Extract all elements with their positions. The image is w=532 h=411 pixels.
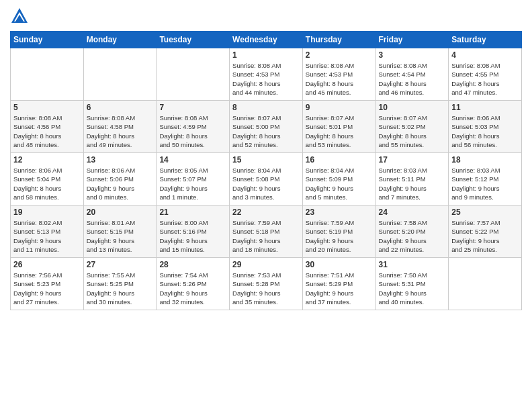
day-info: Sunrise: 8:08 AM Sunset: 4:55 PM Dayligh… (451, 61, 519, 97)
weekday-header-sunday: Sunday (11, 32, 84, 48)
day-cell: 13Sunrise: 8:06 AM Sunset: 5:06 PM Dayli… (83, 153, 157, 205)
day-info: Sunrise: 8:06 AM Sunset: 5:03 PM Dayligh… (451, 113, 519, 149)
day-cell (83, 48, 157, 101)
day-cell: 19Sunrise: 8:02 AM Sunset: 5:13 PM Dayli… (11, 205, 84, 258)
day-cell (11, 48, 84, 101)
day-cell: 3Sunrise: 8:08 AM Sunset: 4:54 PM Daylig… (375, 48, 449, 101)
day-cell: 18Sunrise: 8:03 AM Sunset: 5:12 PM Dayli… (449, 153, 522, 205)
day-number: 12 (13, 155, 81, 165)
day-number: 19 (13, 208, 81, 217)
day-info: Sunrise: 8:08 AM Sunset: 4:59 PM Dayligh… (159, 113, 226, 149)
day-info: Sunrise: 8:04 AM Sunset: 5:08 PM Dayligh… (232, 166, 300, 201)
day-number: 25 (451, 208, 519, 217)
day-number: 5 (13, 103, 81, 112)
day-info: Sunrise: 8:08 AM Sunset: 4:56 PM Dayligh… (13, 113, 81, 149)
day-cell: 6Sunrise: 8:08 AM Sunset: 4:58 PM Daylig… (83, 101, 157, 153)
day-number: 26 (13, 260, 81, 269)
weekday-header-tuesday: Tuesday (157, 32, 230, 48)
day-number: 2 (306, 50, 373, 60)
day-info: Sunrise: 7:53 AM Sunset: 5:28 PM Dayligh… (232, 271, 300, 306)
day-info: Sunrise: 8:07 AM Sunset: 5:01 PM Dayligh… (306, 113, 373, 149)
day-info: Sunrise: 8:08 AM Sunset: 4:58 PM Dayligh… (87, 113, 154, 149)
week-row-1: 1Sunrise: 8:08 AM Sunset: 4:53 PM Daylig… (11, 48, 522, 101)
day-info: Sunrise: 7:56 AM Sunset: 5:23 PM Dayligh… (13, 271, 81, 306)
day-cell: 22Sunrise: 7:59 AM Sunset: 5:18 PM Dayli… (230, 205, 303, 258)
day-info: Sunrise: 8:04 AM Sunset: 5:09 PM Dayligh… (306, 166, 373, 201)
day-number: 18 (451, 155, 519, 165)
day-info: Sunrise: 8:00 AM Sunset: 5:16 PM Dayligh… (159, 218, 226, 254)
day-number: 3 (379, 50, 446, 60)
week-row-5: 26Sunrise: 7:56 AM Sunset: 5:23 PM Dayli… (11, 258, 522, 310)
day-info: Sunrise: 7:59 AM Sunset: 5:18 PM Dayligh… (232, 218, 300, 254)
day-number: 13 (87, 155, 154, 165)
day-number: 20 (87, 208, 154, 217)
day-cell: 23Sunrise: 7:59 AM Sunset: 5:19 PM Dayli… (302, 205, 375, 258)
weekday-header-row: SundayMondayTuesdayWednesdayThursdayFrid… (11, 32, 522, 48)
day-cell: 8Sunrise: 8:07 AM Sunset: 5:00 PM Daylig… (230, 101, 303, 153)
day-info: Sunrise: 8:01 AM Sunset: 5:15 PM Dayligh… (87, 218, 154, 254)
day-number: 30 (306, 260, 373, 269)
day-info: Sunrise: 8:07 AM Sunset: 5:02 PM Dayligh… (379, 113, 446, 149)
day-cell: 29Sunrise: 7:53 AM Sunset: 5:28 PM Dayli… (230, 258, 303, 310)
day-info: Sunrise: 7:51 AM Sunset: 5:29 PM Dayligh… (306, 271, 373, 306)
day-number: 7 (159, 103, 226, 112)
weekday-header-friday: Friday (375, 32, 449, 48)
day-cell: 5Sunrise: 8:08 AM Sunset: 4:56 PM Daylig… (11, 101, 84, 153)
day-cell (157, 48, 230, 101)
day-info: Sunrise: 7:59 AM Sunset: 5:19 PM Dayligh… (306, 218, 373, 254)
day-cell: 2Sunrise: 8:08 AM Sunset: 4:53 PM Daylig… (302, 48, 375, 101)
day-cell: 31Sunrise: 7:50 AM Sunset: 5:31 PM Dayli… (375, 258, 449, 310)
day-number: 21 (159, 208, 226, 217)
day-number: 23 (306, 208, 373, 217)
day-number: 8 (232, 103, 300, 112)
week-row-4: 19Sunrise: 8:02 AM Sunset: 5:13 PM Dayli… (11, 205, 522, 258)
logo-icon (10, 7, 29, 26)
day-cell: 14Sunrise: 8:05 AM Sunset: 5:07 PM Dayli… (157, 153, 230, 205)
day-info: Sunrise: 7:55 AM Sunset: 5:25 PM Dayligh… (87, 271, 154, 306)
day-info: Sunrise: 8:03 AM Sunset: 5:11 PM Dayligh… (379, 166, 446, 201)
day-cell: 27Sunrise: 7:55 AM Sunset: 5:25 PM Dayli… (83, 258, 157, 310)
day-cell: 15Sunrise: 8:04 AM Sunset: 5:08 PM Dayli… (230, 153, 303, 205)
day-number: 29 (232, 260, 300, 269)
day-info: Sunrise: 8:05 AM Sunset: 5:07 PM Dayligh… (159, 166, 226, 201)
day-number: 10 (379, 103, 446, 112)
weekday-header-thursday: Thursday (302, 32, 375, 48)
day-info: Sunrise: 7:54 AM Sunset: 5:26 PM Dayligh… (159, 271, 226, 306)
day-number: 15 (232, 155, 300, 165)
calendar-table: SundayMondayTuesdayWednesdayThursdayFrid… (10, 31, 522, 310)
day-cell (449, 258, 522, 310)
week-row-2: 5Sunrise: 8:08 AM Sunset: 4:56 PM Daylig… (11, 101, 522, 153)
calendar-container: SundayMondayTuesdayWednesdayThursdayFrid… (0, 0, 532, 317)
day-info: Sunrise: 8:08 AM Sunset: 4:53 PM Dayligh… (306, 61, 373, 97)
day-info: Sunrise: 7:57 AM Sunset: 5:22 PM Dayligh… (451, 218, 519, 254)
day-number: 22 (232, 208, 300, 217)
logo (10, 7, 32, 26)
day-info: Sunrise: 7:58 AM Sunset: 5:20 PM Dayligh… (379, 218, 446, 254)
day-info: Sunrise: 8:07 AM Sunset: 5:00 PM Dayligh… (232, 113, 300, 149)
day-number: 9 (306, 103, 373, 112)
day-info: Sunrise: 8:02 AM Sunset: 5:13 PM Dayligh… (13, 218, 81, 254)
day-cell: 11Sunrise: 8:06 AM Sunset: 5:03 PM Dayli… (449, 101, 522, 153)
day-cell: 7Sunrise: 8:08 AM Sunset: 4:59 PM Daylig… (157, 101, 230, 153)
day-cell: 1Sunrise: 8:08 AM Sunset: 4:53 PM Daylig… (230, 48, 303, 101)
weekday-header-wednesday: Wednesday (230, 32, 303, 48)
day-cell: 26Sunrise: 7:56 AM Sunset: 5:23 PM Dayli… (11, 258, 84, 310)
day-number: 4 (451, 50, 519, 60)
day-number: 31 (379, 260, 446, 269)
day-info: Sunrise: 7:50 AM Sunset: 5:31 PM Dayligh… (379, 271, 446, 306)
week-row-3: 12Sunrise: 8:06 AM Sunset: 5:04 PM Dayli… (11, 153, 522, 205)
day-number: 16 (306, 155, 373, 165)
day-number: 14 (159, 155, 226, 165)
day-cell: 20Sunrise: 8:01 AM Sunset: 5:15 PM Dayli… (83, 205, 157, 258)
weekday-header-monday: Monday (83, 32, 157, 48)
day-info: Sunrise: 8:03 AM Sunset: 5:12 PM Dayligh… (451, 166, 519, 201)
day-cell: 10Sunrise: 8:07 AM Sunset: 5:02 PM Dayli… (375, 101, 449, 153)
day-cell: 28Sunrise: 7:54 AM Sunset: 5:26 PM Dayli… (157, 258, 230, 310)
day-number: 24 (379, 208, 446, 217)
day-cell: 25Sunrise: 7:57 AM Sunset: 5:22 PM Dayli… (449, 205, 522, 258)
day-info: Sunrise: 8:06 AM Sunset: 5:04 PM Dayligh… (13, 166, 81, 201)
day-number: 1 (232, 50, 300, 60)
header-row (10, 7, 522, 26)
day-info: Sunrise: 8:08 AM Sunset: 4:54 PM Dayligh… (379, 61, 446, 97)
day-number: 17 (379, 155, 446, 165)
